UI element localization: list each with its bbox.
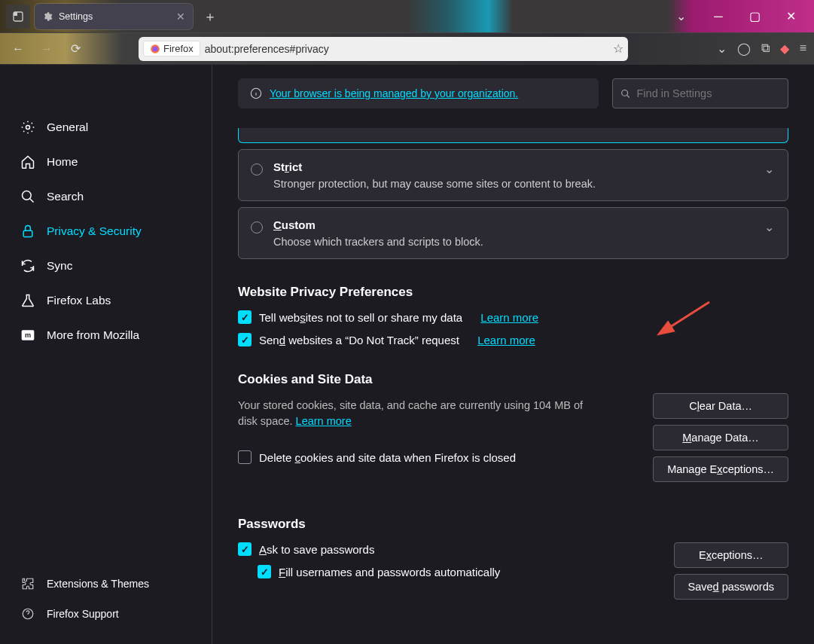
tab-settings[interactable]: Settings ✕ <box>35 4 193 29</box>
autofill-label: Fill usernames and passwords automatical… <box>279 566 500 578</box>
close-window-button[interactable]: ✕ <box>773 5 808 29</box>
sidebar-item-home[interactable]: Home <box>0 145 212 179</box>
info-icon <box>250 87 262 99</box>
whatsnew-icon[interactable]: ◆ <box>780 41 789 56</box>
gear-icon <box>20 119 36 136</box>
tab-close-button[interactable]: ✕ <box>176 11 185 23</box>
do-not-track-row: Send websites a “Do Not Track” request L… <box>238 333 788 346</box>
checkbox-checked[interactable] <box>238 542 252 556</box>
learn-more-link[interactable]: Learn more <box>296 415 352 427</box>
lock-icon <box>20 223 36 240</box>
search-settings-box[interactable] <box>612 78 788 108</box>
titlebar: Settings ✕ ＋ ⌄ ─ ▢ ✕ <box>0 0 814 33</box>
saved-passwords-button[interactable]: Saved passwords <box>674 574 788 600</box>
password-exceptions-button[interactable]: Exceptions… <box>674 542 788 568</box>
do-not-sell-label: Tell websites not to sell or share my da… <box>259 311 462 324</box>
app-menu-icon[interactable]: ≡ <box>800 41 806 56</box>
sidebar-item-labs[interactable]: Firefox Labs <box>0 283 212 318</box>
chevron-down-icon[interactable]: ⌄ <box>764 162 774 176</box>
tracking-strict-card[interactable]: Strict Stronger protection, but may caus… <box>238 149 788 201</box>
delete-on-close-label: Delete cookies and site data when Firefo… <box>259 451 516 464</box>
nav-toolbar: ← → ⟳ Firefox about:preferences#privacy … <box>0 33 814 65</box>
sidebar-support[interactable]: Firefox Support <box>0 599 212 629</box>
ask-save-label: Ask to save passwords <box>259 543 374 556</box>
search-icon <box>20 188 36 205</box>
standard-card-bottom <box>238 128 788 143</box>
sidebar-item-label: Search <box>47 190 84 203</box>
custom-title: Custom <box>273 218 774 231</box>
checkbox-checked[interactable] <box>238 333 252 346</box>
identity-label: Firefox <box>163 43 194 54</box>
puzzle-icon <box>20 575 36 592</box>
managed-link[interactable]: Your browser is being managed by your or… <box>270 87 518 99</box>
sync-icon <box>20 258 36 274</box>
svg-rect-1 <box>14 12 17 16</box>
extensions-icon[interactable]: ⧉ <box>761 41 770 56</box>
settings-content[interactable]: Your browser is being managed by your or… <box>212 65 814 644</box>
help-icon <box>20 606 36 622</box>
tabs-dropdown-icon[interactable]: ⌄ <box>676 9 686 23</box>
gear-icon <box>42 11 53 22</box>
new-tab-button[interactable]: ＋ <box>197 8 223 26</box>
sidebar-item-label: More from Mozilla <box>47 328 139 342</box>
do-not-track-label: Send websites a “Do Not Track” request <box>259 334 459 346</box>
strict-title: Strict <box>273 160 774 173</box>
search-icon <box>620 88 630 99</box>
forward-button[interactable]: → <box>36 38 57 60</box>
cookies-desc: Your stored cookies, site data, and cach… <box>238 398 599 429</box>
svg-text:m: m <box>25 331 31 339</box>
sidebar-item-privacy[interactable]: Privacy & Security <box>0 214 212 249</box>
tracking-custom-card[interactable]: Custom Choose which trackers and scripts… <box>238 207 788 259</box>
manage-data-button[interactable]: Manage Data… <box>653 425 788 450</box>
sidebar-item-general[interactable]: General <box>0 110 212 145</box>
svg-rect-6 <box>23 230 32 237</box>
reload-button[interactable]: ⟳ <box>65 38 86 60</box>
clear-data-button[interactable]: Clear Data… <box>653 393 788 419</box>
sidebar-item-search[interactable]: Search <box>0 179 212 214</box>
learn-more-link[interactable]: Learn more <box>480 311 538 324</box>
svg-point-11 <box>622 90 628 96</box>
mozilla-icon: m <box>20 327 36 343</box>
chevron-down-icon[interactable]: ⌄ <box>764 220 774 234</box>
search-settings-input[interactable] <box>636 87 780 99</box>
checkbox-checked[interactable] <box>258 565 271 578</box>
svg-point-4 <box>26 126 30 130</box>
managed-banner: Your browser is being managed by your or… <box>238 78 599 108</box>
firefox-view-icon <box>12 11 24 23</box>
strict-desc: Stronger protection, but may cause some … <box>273 178 774 190</box>
maximize-button[interactable]: ▢ <box>737 5 772 29</box>
sidebar-item-label: Sync <box>47 259 72 273</box>
sidebar-item-more[interactable]: m More from Mozilla <box>0 318 212 353</box>
learn-more-link[interactable]: Learn more <box>477 334 535 346</box>
sidebar-extensions[interactable]: Extensions & Themes <box>0 569 212 599</box>
svg-point-3 <box>153 46 158 51</box>
firefox-logo-icon <box>150 44 160 54</box>
url-bar[interactable]: Firefox about:preferences#privacy ☆ <box>139 37 628 61</box>
settings-sidebar: General Home Search Privacy & Security S… <box>0 65 212 644</box>
sidebar-item-sync[interactable]: Sync <box>0 249 212 283</box>
account-icon[interactable]: ◯ <box>737 41 751 56</box>
back-button[interactable]: ← <box>8 38 29 60</box>
svg-point-5 <box>23 191 32 200</box>
sidebar-item-label: Privacy & Security <box>47 224 142 238</box>
firefox-view-button[interactable] <box>6 5 30 29</box>
minimize-button[interactable]: ─ <box>701 5 736 29</box>
checkbox-unchecked[interactable] <box>238 450 252 464</box>
flask-icon <box>20 292 36 309</box>
bookmark-star-icon[interactable]: ☆ <box>613 41 623 56</box>
tab-title: Settings <box>59 11 93 22</box>
window-controls: ⌄ ─ ▢ ✕ <box>676 5 808 29</box>
sidebar-item-label: General <box>47 121 88 134</box>
privacy-prefs-heading: Website Privacy Preferences <box>238 285 788 300</box>
radio-unchecked[interactable] <box>251 221 263 233</box>
sidebar-item-label: Home <box>47 155 78 169</box>
radio-unchecked[interactable] <box>251 163 263 175</box>
identity-box[interactable]: Firefox <box>143 41 200 56</box>
pocket-icon[interactable]: ⌄ <box>717 41 727 56</box>
sidebar-item-label: Firefox Support <box>47 608 119 620</box>
manage-exceptions-button[interactable]: Manage Exceptions… <box>653 456 788 482</box>
sidebar-item-label: Firefox Labs <box>47 294 111 307</box>
checkbox-checked[interactable] <box>238 310 252 324</box>
sidebar-item-label: Extensions & Themes <box>47 578 149 590</box>
cookies-heading: Cookies and Site Data <box>238 372 788 387</box>
